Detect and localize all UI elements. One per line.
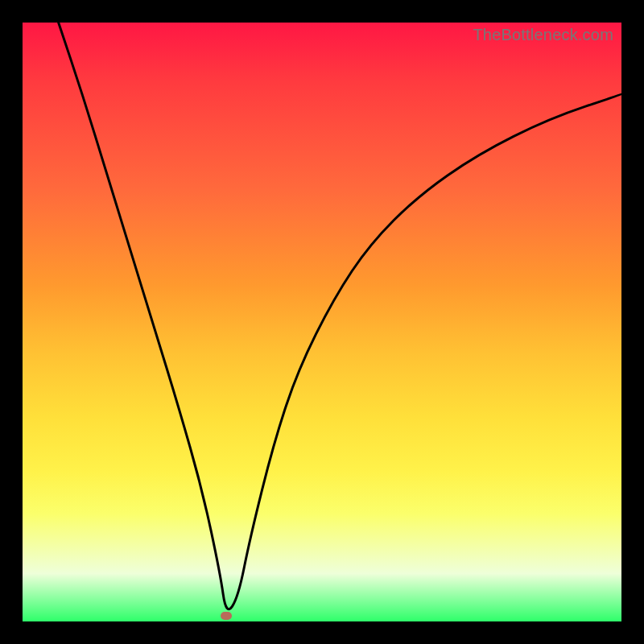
plot-area: TheBottleneck.com: [23, 23, 621, 621]
minimum-marker: [221, 612, 232, 620]
bottleneck-curve: [23, 23, 621, 621]
curve-path: [59, 23, 621, 609]
chart-frame: TheBottleneck.com: [0, 0, 644, 644]
